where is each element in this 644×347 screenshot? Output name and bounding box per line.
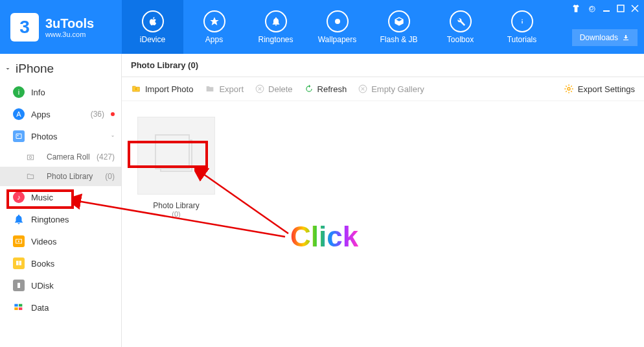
tab-label: iDevice <box>140 35 165 44</box>
data-icon <box>13 302 25 313</box>
svg-point-3 <box>17 135 19 136</box>
apps-icon <box>203 10 225 32</box>
sidebar-label: Apps <box>31 110 84 119</box>
app-subtitle: www.3u.com <box>45 30 94 38</box>
svg-rect-8 <box>14 304 17 307</box>
settings-icon[interactable] <box>587 4 596 15</box>
info-icon: i <box>13 86 25 98</box>
sidebar-label: Books <box>31 259 115 269</box>
sidebar-sub-camera-roll[interactable]: Camera Roll (427) <box>0 147 121 167</box>
export-button[interactable]: Export <box>205 84 244 94</box>
svg-rect-10 <box>14 307 17 310</box>
sidebar-item-ringtones[interactable]: Ringtones <box>0 208 121 230</box>
apple-icon <box>142 10 164 32</box>
sidebar-item-music[interactable]: ♪ Music <box>0 186 121 208</box>
sidebar-sub-photo-library[interactable]: Photo Library (0) <box>0 167 121 186</box>
bell-icon <box>13 213 25 225</box>
logo-area: 3 3uTools www.3u.com <box>0 13 122 42</box>
apps-icon: A <box>13 108 25 120</box>
downloads-button[interactable]: Downloads <box>572 29 638 46</box>
export-icon <box>205 84 215 94</box>
sidebar: iPhone i Info A Apps (36) Photos Camera … <box>0 54 122 347</box>
videos-icon <box>13 235 25 247</box>
sidebar-item-data[interactable]: Data <box>0 296 121 318</box>
tab-label: Wallpapers <box>318 35 357 44</box>
delete-button[interactable]: Delete <box>255 84 293 94</box>
import-photo-button[interactable]: Import Photo <box>131 84 193 94</box>
tab-wallpapers[interactable]: Wallpapers <box>306 0 368 54</box>
camera-icon <box>26 152 35 162</box>
folder-item[interactable]: Photo Library (0) <box>137 117 628 218</box>
music-icon: ♪ <box>13 191 25 203</box>
maximize-icon[interactable] <box>617 5 625 14</box>
box-icon <box>388 10 410 32</box>
svg-point-5 <box>29 156 32 159</box>
tab-label: Flash & JB <box>380 35 417 44</box>
sidebar-item-apps[interactable]: A Apps (36) <box>0 103 121 125</box>
bell-icon <box>265 10 287 32</box>
svg-point-0 <box>335 19 340 24</box>
sidebar-item-books[interactable]: Books <box>0 252 121 274</box>
minimize-icon[interactable] <box>603 5 610 14</box>
logo-icon: 3 <box>10 13 39 42</box>
content: Photo Library (0) Import Photo Export De… <box>122 54 644 347</box>
empty-gallery-button[interactable]: Empty Gallery <box>358 84 424 94</box>
sidebar-label: UDisk <box>31 281 115 291</box>
books-icon <box>13 257 25 269</box>
sidebar-label: Info <box>31 88 115 97</box>
toolbar-label: Export <box>219 84 244 94</box>
tab-ringtones[interactable]: Ringtones <box>245 0 306 54</box>
svg-rect-4 <box>27 155 33 160</box>
app-title: 3uTools <box>45 16 94 30</box>
tab-idevice[interactable]: iDevice <box>122 0 183 54</box>
svg-rect-9 <box>19 304 22 307</box>
toolbar-label: Refresh <box>317 84 347 94</box>
close-icon[interactable] <box>631 5 639 14</box>
sidebar-item-udisk[interactable]: UDisk <box>0 274 121 296</box>
sidebar-label: Data <box>31 303 115 313</box>
tab-label: Apps <box>205 35 223 44</box>
device-name: iPhone <box>16 62 54 76</box>
toolbar-label: Empty Gallery <box>371 84 424 94</box>
export-settings-button[interactable]: Export Settings <box>564 84 635 94</box>
tab-toolbox[interactable]: Toolbox <box>430 0 491 54</box>
chevron-down-icon <box>4 65 12 73</box>
svg-rect-7 <box>17 283 20 288</box>
content-body: Photo Library (0) <box>122 101 644 347</box>
svg-rect-1 <box>603 10 610 12</box>
tab-label: Ringtones <box>258 35 293 44</box>
tab-label: Tutorials <box>507 35 537 44</box>
thumb-count: (0) <box>137 210 215 218</box>
nav-tabs: iDevice Apps Ringtones Wallpapers Flash … <box>122 0 553 54</box>
sidebar-item-photos[interactable]: Photos <box>0 125 121 147</box>
window-controls <box>571 4 639 15</box>
tab-apps[interactable]: Apps <box>183 0 245 54</box>
svg-rect-11 <box>19 307 22 310</box>
tab-flash-jb[interactable]: Flash & JB <box>368 0 430 54</box>
sidebar-item-info[interactable]: i Info <box>0 81 121 103</box>
update-badge-icon <box>111 112 115 116</box>
sidebar-label: Ringtones <box>31 215 115 224</box>
tab-tutorials[interactable]: Tutorials <box>491 0 553 54</box>
toolbar: Import Photo Export Delete Refresh Empty… <box>122 77 644 101</box>
top-bar: 3 3uTools www.3u.com iDevice Apps Ringto… <box>0 0 644 54</box>
annotation-click-text: Click <box>290 221 358 253</box>
udisk-icon <box>13 280 25 291</box>
sidebar-label: Music <box>31 193 115 202</box>
toolbar-label: Import Photo <box>145 84 193 94</box>
sidebar-label: Videos <box>31 237 115 246</box>
sidebar-label: Photo Library <box>47 172 98 181</box>
tab-label: Toolbox <box>447 35 474 44</box>
sidebar-item-videos[interactable]: Videos <box>0 230 121 252</box>
toolbar-label: Delete <box>268 84 293 94</box>
tshirt-icon[interactable] <box>571 4 581 15</box>
device-row[interactable]: iPhone <box>0 59 121 81</box>
refresh-button[interactable]: Refresh <box>305 84 347 94</box>
wallpapers-icon <box>327 10 349 32</box>
downloads-label: Downloads <box>580 33 618 42</box>
gear-icon <box>564 84 574 94</box>
folder-thumbnail <box>137 117 215 195</box>
download-icon <box>622 34 630 42</box>
content-header-title: Photo Library (0) <box>122 54 644 77</box>
photos-icon <box>13 130 25 142</box>
